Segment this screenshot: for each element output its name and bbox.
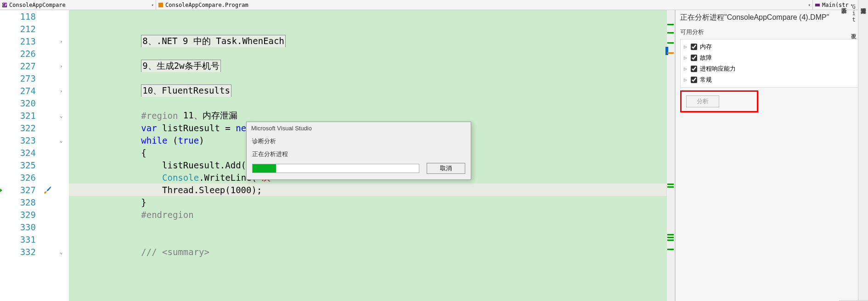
project-name: ConsoleAppCompare xyxy=(9,2,66,8)
code-token: /// xyxy=(141,247,162,257)
code-line[interactable] xyxy=(69,47,666,60)
line-number: 321 xyxy=(10,111,39,121)
class-name: ConsoleAppCompare.Program xyxy=(165,2,248,8)
code-token: listRuesult = xyxy=(162,123,236,133)
code-token: listRuesult.Add( xyxy=(141,160,246,170)
analysis-checkbox[interactable] xyxy=(691,66,697,72)
side-tab-diagnostic-tools[interactable]: 诊断工具 xyxy=(839,0,849,301)
code-token: { xyxy=(141,148,146,158)
panel-subtitle: 可用分析 xyxy=(680,28,863,36)
fold-collapsed-icon[interactable]: › xyxy=(60,39,65,44)
code-token: 11、内存泄漏 xyxy=(183,110,237,122)
gutter-row: 213› xyxy=(0,35,69,47)
fold-expanded-icon[interactable]: ⌄ xyxy=(60,113,65,118)
code-line[interactable]: #region 11、内存泄漏 xyxy=(69,109,666,122)
expand-triangle-icon[interactable]: ▷ xyxy=(682,56,688,60)
expand-triangle-icon[interactable]: ▷ xyxy=(682,78,688,82)
collapsed-region-box[interactable]: 9、生成2w条手机号 xyxy=(141,60,220,72)
code-token: } xyxy=(141,197,146,207)
code-line[interactable]: /// <summary> xyxy=(69,245,666,258)
line-number: 274 xyxy=(10,86,39,96)
method-icon xyxy=(815,2,820,8)
analyze-button[interactable]: 分析 xyxy=(686,95,719,107)
svg-rect-3 xyxy=(815,4,820,6)
analysis-option[interactable]: ▷进程响应能力 xyxy=(682,63,861,74)
analysis-checkbox[interactable] xyxy=(691,77,697,83)
code-line[interactable] xyxy=(69,221,666,233)
line-number: 212 xyxy=(10,24,39,34)
scrollbar-change-mark xyxy=(667,234,674,235)
gutter-row: 273 xyxy=(0,72,69,84)
line-number: 322 xyxy=(10,123,39,133)
code-line[interactable] xyxy=(69,97,666,109)
line-number: 330 xyxy=(10,222,39,232)
gutter-row: 328 xyxy=(0,196,69,208)
code-token: while xyxy=(141,135,173,145)
expand-triangle-icon[interactable]: ▷ xyxy=(682,45,688,49)
code-line[interactable]: 10、FluentResults xyxy=(69,84,666,97)
fold-column: › xyxy=(56,39,69,44)
class-icon xyxy=(158,2,163,8)
screwdriver-icon[interactable]: 🖌️ xyxy=(44,186,51,194)
fold-expanded-icon[interactable]: ⌄ xyxy=(60,138,65,143)
line-number: 226 xyxy=(10,49,39,59)
line-number: 328 xyxy=(10,197,39,207)
gutter-row: 212 xyxy=(0,22,69,35)
analysis-checkbox[interactable] xyxy=(691,55,697,61)
fold-column: ⌄ xyxy=(56,249,69,255)
project-dropdown[interactable]: C# ConsoleAppCompare ▾ xyxy=(0,0,156,10)
analysis-label: 常规 xyxy=(700,76,712,84)
fold-collapsed-icon[interactable]: › xyxy=(60,88,65,94)
line-number: 320 xyxy=(10,98,39,108)
code-line[interactable] xyxy=(69,72,666,84)
code-line[interactable] xyxy=(69,233,666,245)
scrollbar-change-mark xyxy=(667,186,674,188)
code-line[interactable]: 8、.NET 9 中的 Task.WhenEach xyxy=(69,35,666,47)
analysis-checkbox[interactable] xyxy=(691,44,697,50)
side-tab-git-changes[interactable]: Git 更改 xyxy=(849,0,858,301)
scrollbar-viewport-indicator xyxy=(665,47,668,55)
gutter-row: 323⌄ xyxy=(0,134,69,146)
analyze-button-highlight: 分析 xyxy=(680,90,758,112)
gutter-row: 331 xyxy=(0,233,69,245)
code-line[interactable]: Thread.Sleep(1000); xyxy=(69,184,666,196)
code-line[interactable]: } xyxy=(69,196,666,208)
fold-expanded-icon[interactable]: ⌄ xyxy=(60,249,65,255)
code-line[interactable]: 9、生成2w条手机号 xyxy=(69,60,666,72)
line-number: 213 xyxy=(10,36,39,46)
execution-pointer-icon: ➜ xyxy=(0,185,2,195)
gutter-row: 320 xyxy=(0,97,69,109)
csharp-project-icon: C# xyxy=(2,2,7,8)
cancel-button[interactable]: 取消 xyxy=(427,163,465,174)
line-number: 325 xyxy=(10,160,39,170)
analysis-option[interactable]: ▷内存 xyxy=(682,41,861,52)
analysis-option[interactable]: ▷常规 xyxy=(682,74,861,85)
code-line[interactable] xyxy=(69,22,666,35)
scrollbar-change-mark xyxy=(667,52,674,54)
code-token: true xyxy=(178,135,199,145)
collapsed-region-box[interactable]: 8、.NET 9 中的 Task.WhenEach xyxy=(141,35,286,48)
line-number: 331 xyxy=(10,234,39,245)
right-side-tabs: 方案资源管理器 Git 更改 诊断工具 xyxy=(858,0,868,301)
code-line[interactable]: #endregion xyxy=(69,208,666,221)
code-token: Thread.Sleep(1000); xyxy=(141,185,262,195)
fold-column: ⌄ xyxy=(56,138,69,143)
fold-column: › xyxy=(56,63,69,69)
expand-triangle-icon[interactable]: ▷ xyxy=(682,67,688,71)
analysis-option[interactable]: ▷故障 xyxy=(682,52,861,63)
scrollbar-change-mark xyxy=(667,240,674,241)
vertical-scrollbar[interactable] xyxy=(666,10,675,301)
line-number: 323 xyxy=(10,135,39,145)
side-tab-solution-explorer[interactable]: 方案资源管理器 xyxy=(858,0,868,301)
indicator-margin: 🖌️ xyxy=(39,186,56,194)
progress-bar xyxy=(252,164,419,173)
scrollbar-change-mark xyxy=(667,249,674,250)
code-line[interactable] xyxy=(69,10,666,22)
collapsed-region-box[interactable]: 10、FluentResults xyxy=(141,84,231,97)
fold-collapsed-icon[interactable]: › xyxy=(60,63,65,69)
code-token: Console xyxy=(141,173,199,183)
class-dropdown[interactable]: ConsoleAppCompare.Program ▾ xyxy=(156,0,813,10)
dialog-title: Microsoft Visual Studio xyxy=(247,122,471,134)
gutter-row: 330 xyxy=(0,221,69,233)
gutter-row: 329 xyxy=(0,208,69,221)
